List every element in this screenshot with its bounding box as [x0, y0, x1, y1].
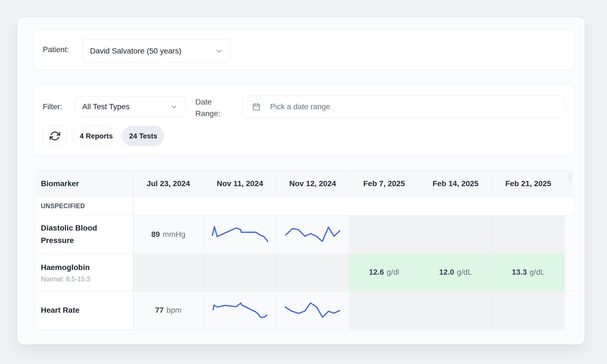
test-type-value: All Test Types	[82, 102, 130, 111]
sparkline-chart	[204, 216, 276, 253]
biomarker-name: Diastolic Blood Pressure	[41, 222, 108, 247]
group-header-cell	[349, 197, 419, 216]
partial-column-cell	[565, 253, 574, 291]
column-header-date: Nov 12, 2024	[276, 171, 349, 197]
column-header-date: Feb 21, 2025	[492, 171, 565, 197]
group-header-cell	[133, 197, 204, 216]
group-header-cell	[492, 197, 565, 216]
biomarker-name-cell: HaemoglobinNormal: 8.5-15.3	[36, 253, 133, 291]
column-header-date: Feb 14, 2025	[419, 171, 492, 197]
empty-result-cell	[492, 216, 565, 253]
result-unit: g/dL	[457, 268, 472, 277]
result-unit: bpm	[166, 306, 181, 315]
result-unit: mmHg	[163, 230, 185, 239]
partial-column-cell	[565, 291, 574, 329]
result-value-cell: 12.0g/dL	[419, 253, 492, 291]
chevron-down-icon	[170, 103, 178, 111]
group-header-cell	[204, 197, 276, 216]
sparkline-cell[interactable]	[204, 216, 276, 253]
refresh-button[interactable]	[43, 126, 67, 146]
empty-result-cell	[204, 253, 276, 291]
tests-button[interactable]: 24 Tests	[122, 126, 164, 146]
result-value-cell: 77bpm	[133, 291, 204, 329]
result-unit: g/dl	[387, 268, 399, 277]
patient-select[interactable]: David Salvatore (50 years)	[82, 39, 231, 63]
filter-card: Filter: All Test Types DateRange: Pick a…	[33, 84, 574, 155]
biomarker-name: Haemoglobin	[41, 261, 90, 274]
reports-button[interactable]: 4 Reports	[72, 126, 121, 146]
sparkline-chart	[276, 216, 349, 253]
filter-label: Filter:	[43, 102, 62, 111]
biomarker-table[interactable]: BiomarkerJul 23, 2024Nov 11, 2024Nov 12,…	[35, 170, 574, 330]
chevron-down-icon	[215, 47, 223, 55]
column-header-date: Jul 23, 2024	[133, 171, 204, 197]
result-number: 77	[155, 306, 164, 315]
column-header-biomarker: Biomarker	[36, 171, 133, 197]
biomarker-name-cell: Heart Rate	[36, 291, 133, 329]
patient-select-value: David Salvatore (50 years)	[90, 47, 181, 55]
result-value-cell: 89mmHg	[133, 216, 204, 253]
patient-label: Patient:	[43, 45, 69, 54]
calendar-icon	[252, 102, 261, 111]
vertical-scrollbar-thumb[interactable]	[569, 172, 572, 183]
result-number: 12.0	[439, 268, 454, 277]
sparkline-chart	[204, 291, 276, 329]
sparkline-cell[interactable]	[276, 291, 349, 329]
result-number: 89	[151, 230, 160, 239]
empty-result-cell	[419, 216, 492, 253]
result-unit: g/dL	[530, 268, 545, 277]
column-header-date: Nov 11, 2024	[204, 171, 276, 197]
group-header-cell	[419, 197, 492, 216]
empty-result-cell	[349, 291, 419, 329]
group-header-cell	[276, 197, 349, 216]
date-range-label: DateRange:	[195, 96, 231, 119]
result-value-cell: 13.3g/dL	[492, 253, 565, 291]
sparkline-cell[interactable]	[204, 291, 276, 329]
biomarker-normal-range: Normal: 8.5-15.3	[41, 275, 90, 283]
result-number: 13.3	[512, 268, 527, 277]
main-panel: Patient: David Salvatore (50 years) Filt…	[17, 17, 585, 344]
result-number: 12.6	[369, 268, 384, 277]
empty-result-cell	[276, 253, 349, 291]
biomarker-name: Heart Rate	[41, 304, 79, 317]
date-range-input[interactable]: Pick a date range	[242, 96, 565, 118]
partial-column-cell	[565, 216, 574, 253]
patient-card: Patient: David Salvatore (50 years)	[33, 29, 574, 70]
empty-result-cell	[492, 291, 565, 329]
biomarker-name-cell: Diastolic Blood Pressure	[36, 216, 133, 253]
column-header-date: Feb 7, 2025	[349, 171, 419, 197]
group-header-cell	[565, 197, 574, 216]
empty-result-cell	[419, 291, 492, 329]
sparkline-cell[interactable]	[276, 216, 349, 253]
sparkline-chart	[276, 291, 349, 329]
refresh-icon	[50, 131, 60, 141]
test-type-select[interactable]: All Test Types	[75, 96, 185, 117]
result-value-cell: 12.6g/dl	[349, 253, 419, 291]
empty-result-cell	[349, 216, 419, 253]
empty-result-cell	[133, 253, 204, 291]
group-header-label: UNSPECIFIED	[36, 197, 133, 216]
date-range-placeholder: Pick a date range	[270, 102, 330, 111]
